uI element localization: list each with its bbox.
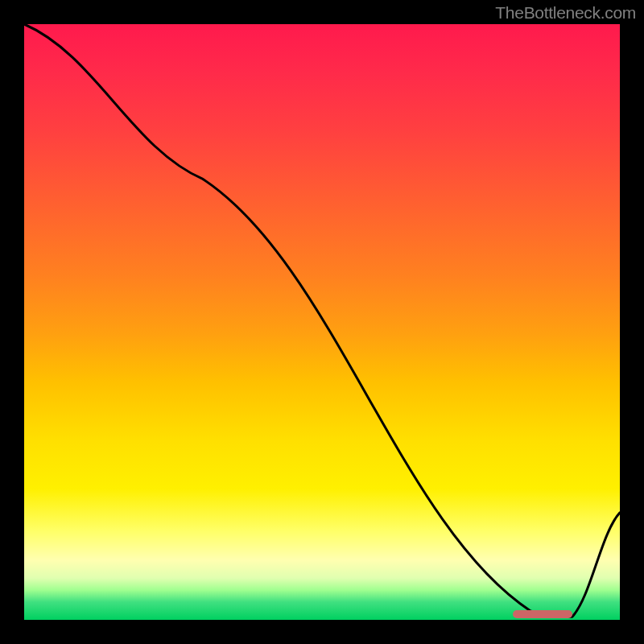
chart-container: TheBottleneck.com — [0, 0, 644, 644]
watermark-text: TheBottleneck.com — [495, 3, 636, 23]
bottleneck-curve — [24, 24, 620, 617]
plot-area — [24, 24, 620, 620]
curve-svg — [24, 24, 620, 620]
optimal-range-marker — [513, 610, 572, 618]
